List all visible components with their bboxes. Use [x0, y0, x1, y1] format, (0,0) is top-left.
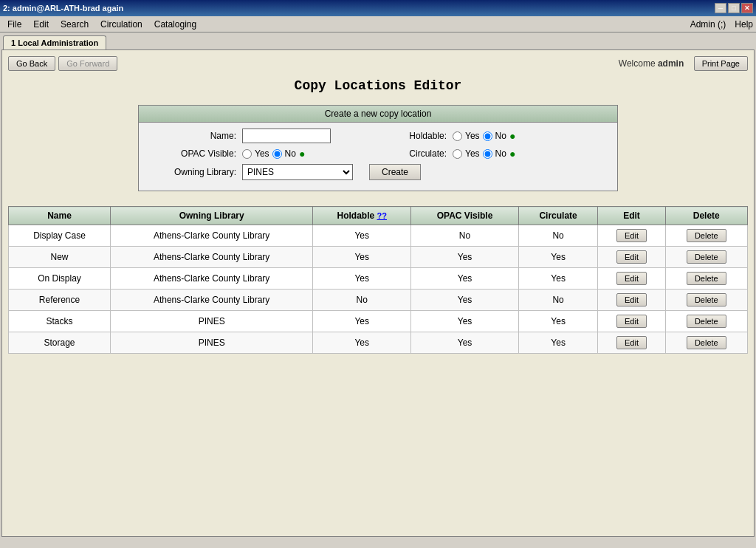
cell-holdable: Yes: [313, 225, 411, 247]
cell-edit: Edit: [598, 268, 665, 290]
circulate-no-label: No: [495, 148, 506, 159]
holdable-help-link[interactable]: ??: [377, 211, 387, 220]
menu-file[interactable]: File: [3, 18, 26, 31]
menu-edit[interactable]: Edit: [29, 18, 53, 31]
cell-opac-visible: No: [411, 225, 519, 247]
table-row: Display Case Athens-Clarke County Librar…: [9, 225, 748, 247]
title-bar: 2: admin@ARL-ATH-brad again ─ □ ✕: [0, 0, 756, 16]
col-header-owning-library: Owning Library: [110, 207, 312, 225]
col-header-holdable: Holdable ??: [313, 207, 411, 225]
menu-right: Admin (;) Help: [690, 19, 753, 30]
circulate-radio-group: Yes No ●: [453, 148, 515, 160]
toolbar-right: Welcome admin Print Page: [619, 56, 748, 71]
edit-button[interactable]: Edit: [616, 336, 647, 349]
menu-circulation[interactable]: Circulation: [96, 18, 147, 31]
cell-delete: Delete: [665, 225, 747, 247]
circulate-yes-label: Yes: [465, 148, 480, 159]
edit-button[interactable]: Edit: [616, 293, 647, 306]
table-row: Storage PINES Yes Yes Yes Edit Delete: [9, 332, 748, 354]
delete-button[interactable]: Delete: [687, 293, 726, 306]
delete-button[interactable]: Delete: [687, 229, 726, 242]
circulate-yes-radio[interactable]: [453, 149, 462, 159]
cell-opac-visible: Yes: [411, 332, 519, 354]
owning-row: Owning Library: PINES Create: [148, 164, 608, 180]
cell-delete: Delete: [665, 332, 747, 354]
opac-radio-group: Yes No ●: [242, 148, 305, 160]
cell-owning-library: Athens-Clarke County Library: [110, 247, 312, 268]
holdable-yes-radio[interactable]: [453, 131, 462, 141]
cell-holdable: No: [313, 290, 411, 311]
cell-name: New: [9, 247, 111, 268]
name-field-group: Name:: [148, 129, 376, 143]
menu-search[interactable]: Search: [56, 18, 93, 31]
tab-local-administration[interactable]: 1 Local Administration: [3, 35, 106, 49]
copy-locations-table: Name Owning Library Holdable ?? OPAC Vis…: [8, 206, 748, 354]
form-row-opac-circulate: OPAC Visible: Yes No ● Circulate: Yes: [148, 148, 608, 160]
edit-button[interactable]: Edit: [616, 250, 647, 264]
cell-holdable: Yes: [313, 332, 411, 354]
welcome-username: admin: [658, 58, 684, 69]
cell-name: Storage: [9, 332, 111, 354]
delete-button[interactable]: Delete: [687, 250, 726, 264]
cell-name: On Display: [9, 268, 111, 290]
toolbar: Go Back Go Forward Welcome admin Print P…: [8, 56, 748, 71]
cell-holdable: Yes: [313, 247, 411, 268]
cell-opac-visible: Yes: [411, 247, 519, 268]
cell-circulate: Yes: [518, 332, 598, 354]
table-row: Reference Athens-Clarke County Library N…: [9, 290, 748, 311]
holdable-label: Holdable:: [395, 131, 447, 141]
col-header-name: Name: [9, 207, 111, 225]
holdable-field-group: Holdable: Yes No ●: [395, 129, 608, 143]
cell-circulate: Yes: [518, 311, 598, 332]
maximize-button[interactable]: □: [728, 3, 740, 13]
cell-name: Reference: [9, 290, 111, 311]
table-header-row: Name Owning Library Holdable ?? OPAC Vis…: [9, 207, 748, 225]
cell-circulate: Yes: [518, 247, 598, 268]
opac-no-label: No: [285, 148, 296, 159]
menu-cataloging[interactable]: Cataloging: [150, 18, 201, 31]
col-header-edit: Edit: [598, 207, 665, 225]
create-form: Create a new copy location Name: Holdabl…: [138, 105, 618, 191]
cell-delete: Delete: [665, 311, 747, 332]
page-title: Copy Locations Editor: [8, 78, 748, 93]
edit-button[interactable]: Edit: [616, 315, 647, 328]
circulate-no-radio[interactable]: [483, 149, 492, 159]
cell-name: Stacks: [9, 311, 111, 332]
print-page-button[interactable]: Print Page: [694, 56, 748, 71]
holdable-yes-label: Yes: [465, 131, 480, 141]
delete-button[interactable]: Delete: [687, 336, 726, 349]
edit-button[interactable]: Edit: [616, 272, 647, 285]
welcome-text: Welcome admin: [619, 58, 687, 69]
edit-button[interactable]: Edit: [616, 229, 647, 242]
cell-opac-visible: Yes: [411, 311, 519, 332]
delete-button[interactable]: Delete: [687, 272, 726, 285]
cell-holdable: Yes: [313, 311, 411, 332]
cell-opac-visible: Yes: [411, 290, 519, 311]
tab-bar: 1 Local Administration: [0, 32, 756, 49]
col-header-opac-visible: OPAC Visible: [411, 207, 519, 225]
content-area: Go Back Go Forward Welcome admin Print P…: [1, 49, 755, 537]
create-form-body: Name: Holdable: Yes No ● OP: [139, 123, 617, 191]
minimize-button[interactable]: ─: [715, 3, 726, 13]
cell-owning-library: PINES: [110, 332, 312, 354]
go-forward-button[interactable]: Go Forward: [58, 56, 117, 71]
holdable-no-radio[interactable]: [483, 131, 492, 141]
opac-label: OPAC Visible:: [148, 148, 236, 159]
name-input[interactable]: [242, 129, 331, 143]
cell-opac-visible: Yes: [411, 268, 519, 290]
close-button[interactable]: ✕: [741, 3, 753, 13]
owning-library-select[interactable]: PINES: [242, 164, 353, 180]
opac-yes-radio[interactable]: [242, 149, 252, 159]
go-back-button[interactable]: Go Back: [8, 56, 55, 71]
opac-field-group: OPAC Visible: Yes No ●: [148, 148, 376, 160]
create-button[interactable]: Create: [369, 164, 421, 180]
opac-no-radio[interactable]: [272, 149, 282, 159]
delete-button[interactable]: Delete: [687, 315, 726, 328]
col-header-circulate: Circulate: [518, 207, 598, 225]
cell-owning-library: PINES: [110, 311, 312, 332]
admin-link[interactable]: Admin (;): [690, 19, 726, 30]
create-form-header: Create a new copy location: [139, 106, 617, 123]
cell-delete: Delete: [665, 290, 747, 311]
cell-owning-library: Athens-Clarke County Library: [110, 290, 312, 311]
help-link[interactable]: Help: [735, 19, 753, 30]
